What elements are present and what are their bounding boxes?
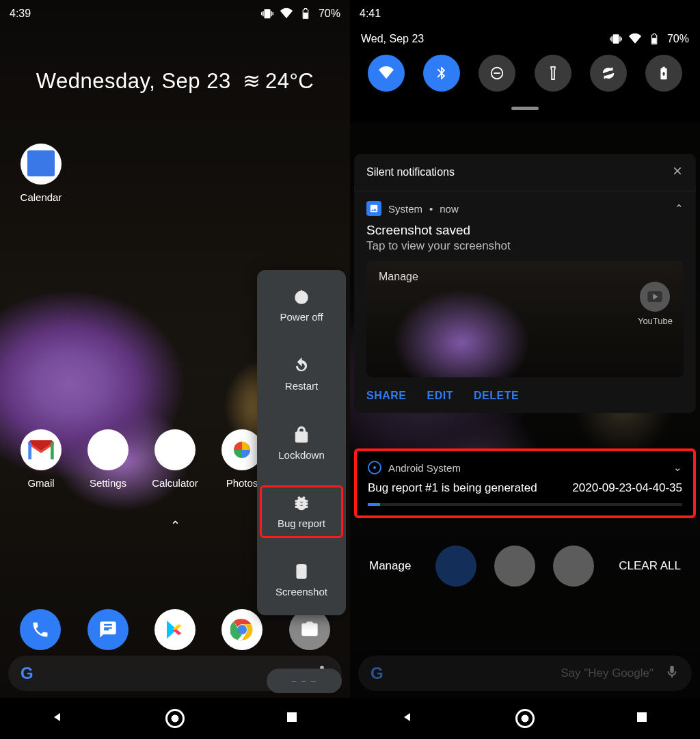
delete-button[interactable]: DELETE — [474, 390, 519, 402]
dock-chrome[interactable] — [221, 609, 262, 650]
status-bar: 4:39 70% — [0, 0, 350, 27]
screenshot-label: Screenshot — [275, 586, 327, 597]
dock-play-store — [494, 546, 535, 587]
google-search-bar[interactable]: G Say "Hey Google" — [358, 656, 692, 691]
restart-label: Restart — [285, 380, 318, 392]
dock — [0, 609, 350, 650]
youtube-label: YouTube — [638, 316, 673, 326]
photos-icon — [221, 429, 262, 470]
power-off-label: Power off — [280, 311, 323, 323]
notif-subtitle[interactable]: Tap to view your screenshot — [354, 239, 696, 261]
svg-rect-5 — [287, 712, 297, 722]
wifi-icon — [280, 8, 293, 20]
dock-phone[interactable] — [20, 609, 61, 650]
svg-rect-9 — [652, 38, 656, 44]
bug-icon — [293, 494, 310, 512]
bug-report-label: Bug report — [278, 518, 325, 529]
power-off-button[interactable]: Power off — [257, 284, 346, 327]
date-text: Wednesday, Sep 23 — [36, 69, 231, 93]
app-calendar[interactable]: 31 Calendar — [8, 144, 74, 203]
date-weather-widget[interactable]: Wednesday, Sep 23 ≋ 24°C — [0, 68, 350, 94]
nav-back[interactable] — [400, 709, 416, 728]
bug-report-button[interactable]: Bug report — [260, 485, 343, 538]
restart-icon — [293, 357, 310, 375]
youtube-icon — [640, 282, 670, 312]
google-logo: G — [21, 664, 33, 683]
nav-recents[interactable] — [284, 709, 300, 728]
dock-messages[interactable] — [88, 609, 129, 650]
app-drawer-handle[interactable]: ⌃ — [170, 518, 180, 533]
shade-expand-handle[interactable] — [511, 107, 539, 110]
progress-bar — [368, 503, 682, 506]
qs-date: Wed, Sep 23 — [361, 33, 424, 45]
app-settings[interactable]: Settings — [75, 429, 141, 489]
google-logo: G — [371, 664, 383, 683]
qs-battery-saver[interactable] — [645, 55, 682, 92]
search-hint: Say "Hey Google" — [561, 667, 654, 680]
clear-all-button[interactable]: CLEAR ALL — [619, 559, 681, 573]
qs-wifi[interactable] — [368, 55, 405, 92]
notification-header[interactable]: System • now ⌃ — [354, 191, 696, 219]
manage-notifications-button[interactable]: Manage — [369, 559, 411, 573]
app-label: Gmail — [27, 477, 54, 489]
battery-icon — [299, 8, 312, 20]
dock-messages — [435, 546, 476, 587]
app-gmail[interactable]: Gmail — [8, 429, 74, 489]
lockdown-label: Lockdown — [278, 449, 325, 461]
chevron-up-icon[interactable]: ⌃ — [675, 202, 684, 215]
status-time: 4:39 — [10, 8, 31, 20]
app-label: Calculator — [152, 477, 198, 489]
edit-button[interactable]: EDIT — [427, 390, 453, 402]
nav-bar — [0, 698, 350, 739]
chevron-down-icon[interactable]: ⌄ — [673, 461, 682, 474]
lockdown-button[interactable]: Lockdown — [257, 422, 346, 465]
dock-play-store[interactable] — [154, 609, 196, 650]
lock-icon — [293, 426, 310, 444]
close-icon[interactable] — [671, 165, 684, 180]
nav-home[interactable] — [515, 709, 535, 728]
screenshot-button[interactable]: Screenshot — [257, 559, 346, 602]
qs-dnd[interactable] — [479, 55, 515, 92]
notif-app-name: System — [388, 203, 422, 215]
nav-home[interactable] — [165, 709, 185, 728]
vibrate-icon — [610, 33, 622, 45]
notif-title: Screenshot saved — [354, 219, 696, 239]
dock-camera[interactable] — [289, 609, 330, 650]
temperature: 24°C — [265, 69, 314, 93]
android-system-icon — [368, 461, 381, 474]
status-battery: 70% — [319, 8, 340, 20]
manage-chip: Manage — [379, 271, 418, 283]
bug-report-notification[interactable]: Android System ⌄ Bug report #1 is being … — [354, 448, 696, 518]
svg-point-13 — [373, 466, 376, 469]
power-menu-extra[interactable]: – – – — [267, 669, 342, 693]
qs-bluetooth[interactable] — [423, 55, 460, 92]
mic-icon[interactable] — [664, 664, 679, 682]
app-label: Settings — [90, 477, 126, 489]
screenshot-preview[interactable]: Manage YouTube — [366, 261, 684, 377]
nav-bar — [350, 698, 700, 739]
power-menu: Power off Restart Lockdown Bug report Sc… — [257, 270, 346, 615]
bug-app-name: Android System — [388, 462, 461, 474]
restart-button[interactable]: Restart — [257, 353, 346, 396]
wifi-icon — [629, 33, 641, 45]
screenshot-icon — [293, 563, 310, 580]
status-battery: 70% — [667, 33, 689, 45]
settings-icon — [88, 429, 129, 470]
nav-recents[interactable] — [634, 709, 650, 728]
dock-chrome — [553, 546, 594, 587]
bug-timestamp: 2020-09-23-04-40-35 — [572, 481, 682, 495]
qs-flashlight[interactable] — [535, 55, 571, 92]
svg-rect-8 — [297, 565, 306, 578]
share-button[interactable]: SHARE — [366, 390, 407, 402]
svg-rect-14 — [637, 712, 647, 722]
svg-rect-0 — [304, 13, 308, 18]
nav-back[interactable] — [50, 709, 66, 728]
app-calculator[interactable]: −×+= Calculator — [142, 429, 208, 489]
vibrate-icon — [261, 8, 273, 20]
svg-rect-2 — [51, 442, 54, 459]
power-icon — [293, 288, 310, 306]
app-label: Photos — [226, 477, 258, 489]
svg-rect-1 — [28, 442, 31, 459]
app-label: Calendar — [21, 191, 62, 203]
qs-rotate[interactable] — [590, 55, 627, 92]
